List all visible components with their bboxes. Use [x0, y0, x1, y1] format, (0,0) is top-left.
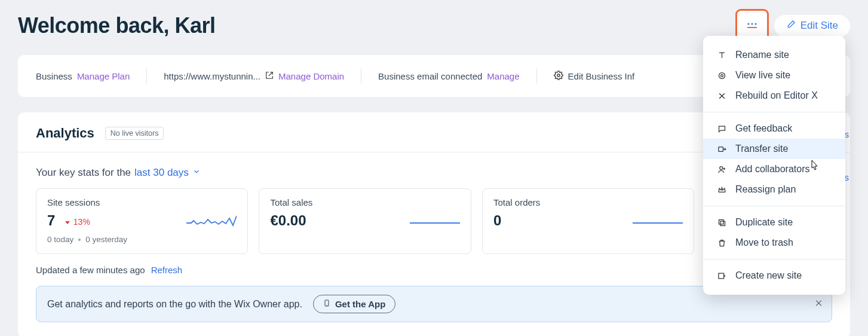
updated-text: Updated a few minutes ago	[36, 265, 145, 275]
svg-point-11	[719, 72, 725, 78]
trash-icon	[716, 239, 727, 248]
menu-label: Get feedback	[735, 123, 792, 134]
menu-label: Duplicate site	[735, 217, 793, 228]
pencil-icon	[786, 20, 796, 32]
sparkline-icon	[633, 212, 683, 229]
menu-label: Rebuild on Editor X	[735, 90, 818, 101]
manage-plan-link[interactable]: Manage Plan	[77, 71, 130, 81]
stats-range-dropdown[interactable]: last 30 days	[134, 167, 189, 179]
banner-text: Get analytics and reports on the go with…	[47, 299, 302, 310]
stat-card-total-orders[interactable]: Total orders 0	[482, 188, 694, 254]
menu-item-rename-site[interactable]: Rename site	[703, 45, 845, 65]
menu-item-transfer-site[interactable]: Transfer site	[703, 139, 845, 159]
menu-label: View live site	[735, 70, 790, 81]
stat-yesterday: 0 yesterday	[85, 235, 127, 244]
stat-card-total-sales[interactable]: Total sales €0.00	[259, 188, 471, 254]
svg-rect-15	[718, 146, 723, 151]
menu-item-rebuild-editor-x[interactable]: Rebuild on Editor X	[703, 85, 845, 106]
menu-label: Reassign plan	[735, 184, 796, 195]
crown-icon	[716, 185, 727, 194]
stat-value: 0	[493, 212, 501, 229]
chat-icon	[716, 124, 727, 133]
domain-url: https://www.mystunnin...	[164, 71, 260, 81]
menu-item-view-live[interactable]: View live site	[703, 65, 845, 85]
stat-card-site-sessions[interactable]: Site sessions 7 13%	[36, 188, 248, 254]
external-link-icon[interactable]	[265, 71, 274, 81]
svg-rect-17	[719, 219, 723, 224]
menu-item-duplicate-site[interactable]: Duplicate site	[703, 212, 845, 233]
sparkline-icon	[186, 212, 237, 229]
svg-point-0	[747, 23, 749, 25]
new-window-icon	[716, 271, 727, 280]
page-title: Welcome back, Karl	[18, 13, 216, 38]
close-icon[interactable]	[814, 298, 823, 310]
analytics-title: Analytics	[36, 126, 94, 141]
svg-point-12	[720, 74, 723, 77]
menu-label: Rename site	[735, 50, 789, 60]
menu-label: Transfer site	[735, 143, 788, 154]
get-app-label: Get the App	[335, 299, 385, 309]
stat-title: Total sales	[270, 197, 459, 207]
email-status: Business email connected	[378, 71, 482, 81]
svg-rect-19	[718, 273, 723, 279]
eye-icon	[716, 71, 727, 80]
menu-label: Move to trash	[735, 237, 793, 248]
menu-item-reassign-plan[interactable]: Reassign plan	[703, 179, 845, 200]
svg-point-1	[751, 23, 753, 25]
manage-domain-link[interactable]: Manage Domain	[278, 71, 344, 81]
stat-today: 0 today	[47, 235, 73, 244]
text-icon	[716, 51, 727, 60]
key-stats-prefix: Your key stats for the	[36, 167, 131, 179]
stat-value: €0.00	[270, 212, 306, 229]
svg-point-16	[719, 166, 722, 169]
menu-item-get-feedback[interactable]: Get feedback	[703, 118, 845, 139]
duplicate-icon	[716, 218, 727, 227]
live-visitors-chip: No live visitors	[105, 127, 164, 140]
user-add-icon	[716, 165, 727, 174]
x-icon	[716, 92, 727, 100]
edit-site-label: Edit Site	[800, 20, 838, 32]
menu-item-move-to-trash[interactable]: Move to trash	[703, 233, 845, 253]
more-icon	[746, 22, 758, 30]
edit-business-info-link[interactable]: Edit Business Inf	[568, 71, 635, 81]
plan-label: Business	[36, 71, 72, 81]
stat-value: 7	[47, 212, 55, 228]
transfer-icon	[716, 145, 727, 154]
stat-title: Site sessions	[47, 197, 237, 207]
trend-down: 13%	[64, 217, 90, 227]
menu-label: Add collaborators	[735, 164, 810, 175]
gear-icon	[554, 71, 563, 82]
svg-point-4	[557, 74, 560, 77]
edit-site-button[interactable]: Edit Site	[774, 15, 850, 37]
menu-item-add-collaborators[interactable]: Add collaborators	[703, 159, 845, 179]
phone-icon	[323, 298, 330, 310]
svg-point-2	[754, 23, 756, 25]
manage-email-link[interactable]: Manage	[487, 71, 519, 81]
stat-title: Total orders	[493, 197, 683, 207]
get-app-button[interactable]: Get the App	[313, 295, 395, 313]
chevron-down-icon	[192, 167, 201, 179]
site-actions-menu: Rename site View live site Rebuild on Ed…	[703, 36, 845, 295]
menu-item-create-new-site[interactable]: Create new site	[703, 265, 845, 286]
menu-label: Create new site	[735, 270, 802, 281]
svg-rect-18	[720, 221, 725, 226]
sparkline-icon	[410, 212, 460, 229]
refresh-link[interactable]: Refresh	[151, 265, 183, 275]
